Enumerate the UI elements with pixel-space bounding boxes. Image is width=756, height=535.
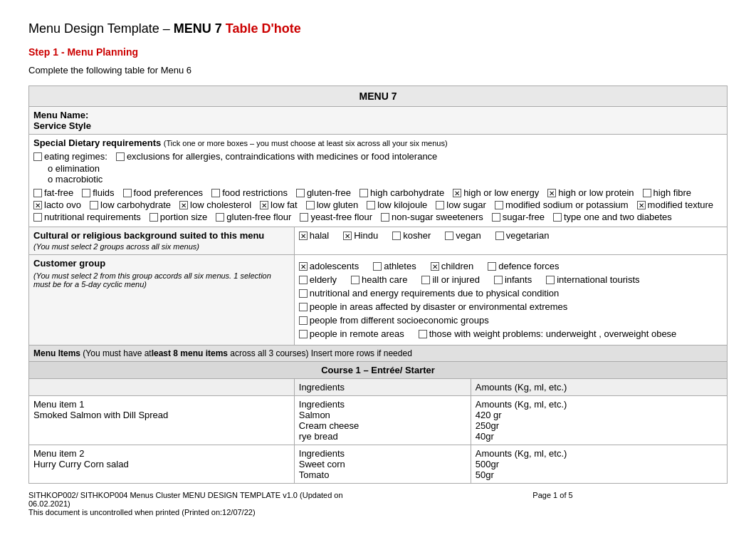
dietary-cell: Special Dietary requirements (Tick one o… bbox=[29, 135, 728, 227]
check-lacto-ovo: lacto ovo bbox=[33, 199, 81, 210]
footer-left: SITHKOP002/ SITHKOP004 Menus Cluster MEN… bbox=[28, 491, 378, 516]
dietary-row3: lacto ovo low carbohydrate low cholester… bbox=[33, 199, 723, 210]
customer-row3a: nutritional and energy requirements due … bbox=[299, 288, 723, 298]
check-modified-sodium: modified sodium or potassium bbox=[495, 199, 629, 210]
step-label: Step 1 - Menu Planning bbox=[28, 46, 728, 58]
check-low-gluten: low gluten bbox=[306, 199, 359, 210]
table-header-row: MENU 7 bbox=[29, 86, 728, 107]
menu-items-header-row: Menu Items (You must have atleast 8 menu… bbox=[29, 346, 728, 362]
customer-row1: adolescents athletes children defence fo… bbox=[299, 261, 723, 271]
check-hindu: Hindu bbox=[343, 230, 378, 241]
check-sugar-free: sugar-free bbox=[492, 212, 545, 222]
col-header-name bbox=[29, 379, 295, 396]
check-ill-or-injured: ill or injured bbox=[421, 274, 479, 285]
check-disaster-areas: people in areas affected by disaster or … bbox=[299, 301, 568, 312]
check-athletes: athletes bbox=[373, 261, 416, 271]
check-non-sugar-sweeteners: non-sugar sweeteners bbox=[381, 212, 483, 222]
check-health-care: health care bbox=[351, 274, 407, 285]
footer-doc-id: SITHKOP002/ SITHKOP004 Menus Cluster MEN… bbox=[28, 491, 378, 508]
instruction: Complete the following table for Menu 6 bbox=[28, 65, 728, 76]
check-nutritional-energy: nutritional and energy requirements due … bbox=[299, 288, 560, 298]
dietary-row: Special Dietary requirements (Tick one o… bbox=[29, 135, 728, 227]
dietary-row2: fat-free fluids food preferences food re… bbox=[33, 187, 723, 198]
elimination-list: elimination macrobiotic bbox=[33, 163, 723, 185]
footer-uncontrolled: This document is uncontrolled when print… bbox=[28, 508, 378, 516]
check-gluten-free: gluten-free bbox=[296, 187, 351, 198]
column-header-row: Ingredients Amounts (Kg, ml, etc.) bbox=[29, 379, 728, 396]
customer-group-options-cell: adolescents athletes children defence fo… bbox=[294, 255, 727, 346]
customer-group-row: Customer group (You must select 2 from t… bbox=[29, 255, 728, 346]
check-nutritional-requirements: nutritional requirements bbox=[33, 212, 141, 222]
check-low-carbohydrate: low carbohydrate bbox=[90, 199, 171, 210]
course-header-cell: Course 1 – Entrée/ Starter bbox=[29, 362, 728, 379]
course-header-row: Course 1 – Entrée/ Starter bbox=[29, 362, 728, 379]
check-low-sugar: low sugar bbox=[436, 199, 486, 210]
cultural-options-cell: halal Hindu kosher vegan vegetarian bbox=[294, 227, 727, 255]
check-elderly: elderly bbox=[299, 274, 337, 285]
customer-row2: elderly health care ill or injured infan… bbox=[299, 274, 723, 285]
check-high-low-energy: high or low energy bbox=[453, 187, 539, 198]
cultural-options: halal Hindu kosher vegan vegetarian bbox=[299, 230, 723, 241]
menu-items-header-cell: Menu Items (You must have atleast 8 menu… bbox=[29, 346, 728, 362]
check-high-low-protein: high or low protein bbox=[547, 187, 634, 198]
menu-item-2-ingredients: Ingredients Sweet corn Tomato bbox=[294, 445, 471, 484]
check-yeast-free-flour: yeast-free flour bbox=[300, 212, 372, 222]
check-vegetarian: vegetarian bbox=[495, 230, 550, 241]
check-high-carbohydrate: high carbohydrate bbox=[359, 187, 444, 198]
footer: SITHKOP002/ SITHKOP004 Menus Cluster MEN… bbox=[28, 491, 728, 516]
col-header-amounts: Amounts (Kg, ml, etc.) bbox=[471, 379, 727, 396]
col-header-ingredients: Ingredients bbox=[294, 379, 471, 396]
menu-item-1-ingredients: Ingredients Salmon Cream cheese rye brea… bbox=[294, 396, 471, 445]
customer-row4: people in remote areas those with weight… bbox=[299, 328, 723, 339]
cultural-row: Cultural or religious background suited … bbox=[29, 227, 728, 255]
menu-name-cell: Menu Name: Service Style bbox=[29, 107, 728, 135]
check-fat-free: fat-free bbox=[33, 187, 73, 198]
check-defence-forces: defence forces bbox=[488, 261, 559, 271]
check-modified-texture: modified texture bbox=[637, 199, 714, 210]
check-fluids: fluids bbox=[82, 187, 114, 198]
check-remote-areas: people in remote areas bbox=[299, 328, 404, 339]
menu-item-2-amounts: Amounts (Kg, ml, etc.) 500gr 50gr bbox=[471, 445, 727, 484]
check-food-preferences: food preferences bbox=[123, 187, 204, 198]
check-high-fibre: high fibre bbox=[643, 187, 691, 198]
customer-group-label-cell: Customer group (You must select 2 from t… bbox=[29, 255, 295, 346]
check-eating-regimes: eating regimes: bbox=[33, 151, 107, 162]
dietary-row4: nutritional requirements portion size gl… bbox=[33, 212, 723, 222]
check-infants: infants bbox=[494, 274, 532, 285]
check-socioeconomic: people from different socioeconomic grou… bbox=[299, 315, 489, 326]
check-low-cholesterol: low cholesterol bbox=[179, 199, 251, 210]
list-item-macrobiotic: macrobiotic bbox=[48, 174, 723, 185]
check-gluten-free-flour: gluten-free flour bbox=[216, 212, 291, 222]
check-exclusions: exclusions for allergies, contraindicati… bbox=[116, 151, 437, 162]
check-low-kilojoule: low kilojoule bbox=[367, 199, 427, 210]
check-weight-problems: those with weight problems: underweight … bbox=[419, 328, 677, 339]
customer-row3c: people from different socioeconomic grou… bbox=[299, 315, 723, 326]
customer-row3b: people in areas affected by disaster or … bbox=[299, 301, 723, 312]
check-type-one-two-diabetes: type one and two diabetes bbox=[553, 212, 672, 222]
footer-page: Page 1 of 5 bbox=[378, 491, 728, 516]
page-title: Menu Design Template – MENU 7 Table D'ho… bbox=[28, 21, 728, 36]
check-kosher: kosher bbox=[392, 230, 431, 241]
check-vegan: vegan bbox=[445, 230, 481, 241]
menu-item-2-row: Menu item 2 Hurry Curry Corn salad Ingre… bbox=[29, 445, 728, 484]
menu-name-row: Menu Name: Service Style bbox=[29, 107, 728, 135]
menu-item-1-label: Menu item 1 Smoked Salmon with Dill Spre… bbox=[29, 396, 295, 445]
list-item-elimination: elimination bbox=[48, 163, 723, 174]
check-adolescents: adolescents bbox=[299, 261, 359, 271]
check-children: children bbox=[431, 261, 474, 271]
menu-header: MENU 7 bbox=[29, 86, 728, 107]
menu-item-1-amounts: Amounts (Kg, ml, etc.) 420 gr 250gr 40gr bbox=[471, 396, 727, 445]
check-low-fat: low fat bbox=[260, 199, 298, 210]
menu-item-1-row: Menu item 1 Smoked Salmon with Dill Spre… bbox=[29, 396, 728, 445]
check-portion-size: portion size bbox=[149, 212, 207, 222]
check-food-restrictions: food restrictions bbox=[211, 187, 288, 198]
check-international-tourists: international tourists bbox=[546, 274, 639, 285]
menu-item-2-label: Menu item 2 Hurry Curry Corn salad bbox=[29, 445, 295, 484]
dietary-row1: eating regimes: exclusions for allergies… bbox=[33, 151, 723, 162]
menu-table: MENU 7 Menu Name: Service Style Special … bbox=[28, 85, 728, 484]
cultural-label-cell: Cultural or religious background suited … bbox=[29, 227, 295, 255]
check-halal: halal bbox=[299, 230, 329, 241]
